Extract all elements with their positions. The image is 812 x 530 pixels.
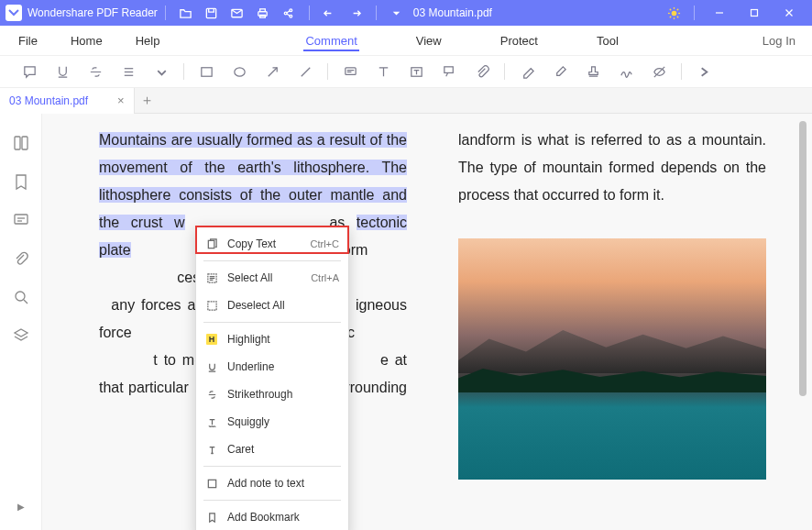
svg-rect-41: [208, 240, 214, 248]
divider: [376, 6, 377, 20]
correction-tool-icon[interactable]: [546, 60, 574, 83]
document-content[interactable]: Mountains are usually formed as a result…: [42, 114, 812, 530]
dropdown-icon[interactable]: [388, 4, 406, 22]
layers-icon[interactable]: [12, 326, 30, 345]
separator: [203, 260, 341, 261]
sidebar-expand-icon[interactable]: ▶: [17, 502, 25, 512]
minimize-button[interactable]: [702, 0, 737, 26]
separator: [203, 466, 341, 467]
highlight-icon: H: [205, 333, 218, 346]
note-icon: [205, 477, 218, 490]
ctx-add-note[interactable]: Add note to text: [196, 469, 348, 497]
scrollbar[interactable]: [799, 121, 807, 523]
save-icon[interactable]: [203, 4, 221, 22]
svg-rect-32: [444, 66, 452, 72]
login-button[interactable]: Log In: [763, 34, 796, 48]
list-tool-icon[interactable]: [115, 60, 142, 83]
attachments-icon[interactable]: [12, 249, 30, 268]
bookmark-icon[interactable]: [12, 172, 30, 191]
underline-icon: [205, 360, 218, 373]
undo-icon[interactable]: [321, 4, 339, 22]
ctx-squiggly[interactable]: Squiggly: [196, 408, 348, 436]
menu-file[interactable]: File: [16, 30, 39, 51]
note-tool-icon[interactable]: [16, 60, 43, 83]
ctx-select-all[interactable]: Select All Ctrl+A: [196, 264, 348, 292]
chevron-down-icon[interactable]: [148, 60, 175, 83]
underline-tool-icon[interactable]: [49, 60, 76, 83]
ctx-add-bookmark[interactable]: Add Bookmark: [196, 503, 348, 530]
menu-bar: File Home Help Comment View Protect Tool…: [0, 26, 812, 55]
line-tool-icon[interactable]: [291, 60, 319, 83]
menu-home[interactable]: Home: [69, 30, 104, 51]
redo-icon[interactable]: [346, 4, 365, 22]
search-icon[interactable]: [12, 288, 30, 306]
svg-line-13: [669, 8, 670, 9]
signature-tool-icon[interactable]: [612, 60, 640, 83]
eraser-tool-icon[interactable]: [513, 60, 541, 83]
stamp-tool-icon[interactable]: [579, 60, 607, 83]
svg-rect-3: [260, 8, 266, 11]
ctx-caret[interactable]: Caret: [196, 436, 348, 463]
ctx-underline[interactable]: Underline: [196, 353, 348, 381]
ctx-highlight[interactable]: H Highlight: [196, 326, 348, 353]
divider: [694, 6, 695, 20]
menu-comment[interactable]: Comment: [303, 30, 358, 51]
maximize-button[interactable]: [737, 0, 772, 26]
thumbnails-icon[interactable]: [12, 134, 30, 152]
svg-rect-34: [15, 137, 20, 149]
rectangle-tool-icon[interactable]: [192, 60, 220, 83]
close-button[interactable]: [772, 0, 807, 26]
ctx-strikethrough[interactable]: Strikethrough: [196, 381, 348, 408]
strikethrough-tool-icon[interactable]: [82, 60, 109, 83]
divider: [165, 6, 166, 20]
menu-protect[interactable]: Protect: [499, 30, 540, 51]
svg-line-15: [669, 16, 670, 17]
mail-icon[interactable]: [228, 4, 247, 22]
comment-tool-icon[interactable]: [336, 60, 364, 83]
body-text: landform is what is referred to as a mou…: [458, 132, 766, 203]
svg-line-26: [268, 67, 276, 75]
app-logo: [5, 5, 22, 21]
svg-rect-18: [752, 10, 758, 17]
arrow-tool-icon[interactable]: [258, 60, 286, 83]
tab-add-button[interactable]: ＋: [135, 92, 160, 109]
ctx-label: Caret: [227, 443, 339, 456]
menu-help[interactable]: Help: [134, 30, 162, 51]
callout-tool-icon[interactable]: [435, 60, 463, 83]
theme-icon[interactable]: [664, 4, 683, 22]
comments-icon[interactable]: [12, 211, 30, 229]
svg-rect-24: [201, 67, 211, 75]
tab-close-icon[interactable]: ×: [117, 94, 125, 107]
divider: [309, 6, 310, 20]
print-icon[interactable]: [254, 4, 272, 22]
document-tab[interactable]: 03 Mountain.pdf ×: [0, 88, 135, 114]
ctx-deselect-all[interactable]: Deselect All: [196, 292, 348, 319]
column-2: landform is what is referred to as a mou…: [458, 127, 766, 517]
textbox-tool-icon[interactable]: [402, 60, 430, 83]
svg-point-8: [671, 10, 676, 16]
menu-tool[interactable]: Tool: [595, 30, 620, 51]
share-icon[interactable]: [280, 4, 298, 22]
scrollbar-thumb[interactable]: [799, 121, 807, 396]
more-tools-icon[interactable]: [690, 60, 718, 83]
title-filename: 03 Mountain.pdf: [413, 6, 492, 19]
menu-view[interactable]: View: [414, 30, 444, 51]
hide-tool-icon[interactable]: [645, 60, 673, 83]
app-title: Wondershare PDF Reader: [27, 6, 158, 19]
text-tool-icon[interactable]: [369, 60, 397, 83]
document-image: [458, 238, 766, 480]
context-menu: Copy Text Ctrl+C Select All Ctrl+A Desel…: [195, 226, 349, 530]
bookmark-icon: [205, 511, 218, 524]
title-bar: Wondershare PDF Reader 03 Mountain.pdf: [0, 0, 812, 26]
open-file-icon[interactable]: [177, 4, 195, 22]
copy-icon: [205, 237, 218, 250]
oval-tool-icon[interactable]: [225, 60, 253, 83]
svg-rect-46: [207, 301, 215, 309]
strikethrough-icon: [205, 388, 218, 401]
attachment-tool-icon[interactable]: [468, 60, 496, 83]
ctx-copy-text[interactable]: Copy Text Ctrl+C: [196, 230, 348, 258]
svg-rect-36: [15, 215, 27, 224]
separator: [203, 322, 341, 323]
ctx-label: Strikethrough: [227, 388, 339, 401]
svg-point-39: [16, 292, 25, 301]
